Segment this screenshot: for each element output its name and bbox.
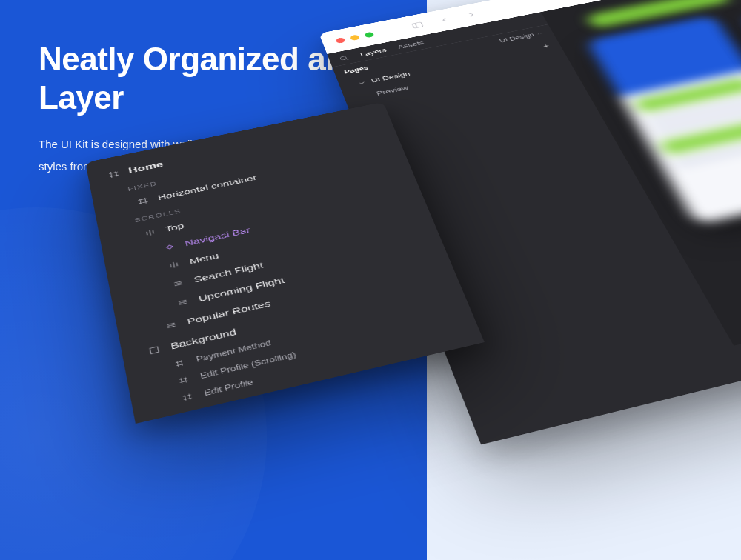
pages-section-label: Pages: [343, 64, 369, 75]
svg-line-43: [179, 301, 187, 303]
chevron-left-icon[interactable]: [435, 14, 455, 26]
frame-icon: [136, 196, 150, 206]
sidebar-toggle-icon[interactable]: [408, 19, 428, 31]
page-name-label: Preview: [376, 84, 410, 97]
frame-icon: [172, 357, 187, 370]
svg-line-33: [150, 230, 151, 235]
svg-line-45: [167, 323, 174, 324]
svg-line-34: [153, 230, 153, 233]
rectangle-icon: [147, 344, 162, 356]
svg-line-47: [167, 326, 175, 327]
autolayout-horizontal-icon: [171, 278, 186, 289]
svg-line-41: [175, 284, 182, 285]
svg-rect-35: [167, 245, 173, 249]
autolayout-vertical-icon: [143, 227, 157, 238]
svg-rect-0: [412, 22, 423, 28]
autolayout-horizontal-icon: [164, 319, 179, 331]
artboard-preview: [586, 15, 741, 224]
autolayout-horizontal-icon: [176, 296, 190, 308]
add-page-icon[interactable]: [541, 43, 551, 49]
svg-line-46: [167, 324, 175, 326]
minimize-window-button[interactable]: [350, 34, 360, 41]
design-canvas[interactable]: [541, 0, 741, 346]
chevron-right-icon[interactable]: [462, 9, 482, 21]
svg-line-39: [174, 281, 182, 282]
layer-label: Top: [165, 221, 185, 234]
svg-line-36: [170, 264, 171, 267]
search-icon[interactable]: [338, 55, 350, 62]
layer-label: Menu: [188, 251, 219, 266]
frame-icon: [179, 391, 195, 404]
frame-icon: [107, 170, 121, 179]
zoom-window-button[interactable]: [364, 31, 374, 38]
svg-line-1: [415, 23, 417, 27]
autolayout-vertical-icon: [167, 259, 182, 270]
frame-icon: [176, 374, 191, 387]
svg-line-40: [175, 282, 182, 284]
svg-line-42: [179, 300, 186, 301]
svg-line-37: [173, 262, 175, 267]
svg-line-38: [176, 262, 177, 266]
traffic-lights: [335, 31, 374, 43]
svg-point-20: [340, 56, 347, 60]
component-icon: [162, 241, 176, 253]
svg-line-32: [147, 231, 147, 234]
tab-assets[interactable]: Assets: [396, 39, 425, 50]
tab-layers[interactable]: Layers: [359, 47, 388, 58]
svg-rect-48: [150, 347, 159, 354]
close-window-button[interactable]: [335, 37, 345, 44]
svg-line-44: [179, 303, 187, 304]
